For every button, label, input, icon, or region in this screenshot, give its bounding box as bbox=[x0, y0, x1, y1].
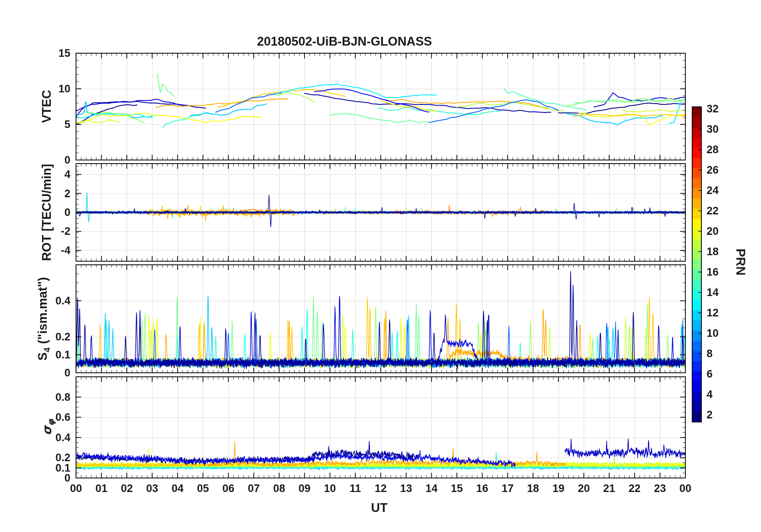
figure: 20180502-UiB-BJN-GLONASS VTEC ROT [TECU/… bbox=[0, 0, 761, 532]
colorbar-tick-label: 4 bbox=[707, 388, 713, 400]
colorbar-label: PRN bbox=[733, 248, 748, 276]
y-tick-label: -4 bbox=[38, 244, 70, 256]
y-tick-label: 0 bbox=[38, 206, 70, 218]
x-tick-label: 07 bbox=[248, 482, 260, 495]
y-tick-label: 0.2 bbox=[38, 331, 70, 343]
colorbar-tick-label: 18 bbox=[707, 246, 719, 258]
y-tick-label: 15 bbox=[38, 47, 70, 59]
colorbar-tick-label: 6 bbox=[707, 368, 713, 380]
y-tick-label: 0.4 bbox=[38, 295, 70, 307]
y-tick-label: 0.8 bbox=[38, 391, 70, 403]
x-tick-label: 23 bbox=[654, 482, 666, 495]
x-tick-label: 20 bbox=[578, 482, 590, 495]
y-tick-label: 0 bbox=[38, 472, 70, 484]
colorbar-tick-label: 10 bbox=[707, 327, 719, 339]
x-axis-label: UT bbox=[371, 501, 387, 515]
colorbar-tick-label: 22 bbox=[707, 205, 719, 217]
y-tick-label: 5 bbox=[38, 118, 70, 130]
x-tick-label: 19 bbox=[553, 482, 565, 495]
y-tick-label: 0.4 bbox=[38, 432, 70, 444]
x-tick-label: 12 bbox=[374, 482, 387, 495]
colorbar-tick-label: 30 bbox=[707, 123, 719, 135]
x-tick-label: 02 bbox=[121, 482, 133, 495]
colorbar-tick-label: 28 bbox=[707, 144, 719, 156]
y-tick-label: -2 bbox=[38, 225, 70, 237]
y-axis-label-s4: S4 ("ism.mat") bbox=[36, 277, 52, 361]
plot-canvas bbox=[0, 0, 761, 532]
x-tick-label: 17 bbox=[502, 482, 514, 495]
x-tick-label: 00 bbox=[70, 482, 82, 495]
chart-title: 20180502-UiB-BJN-GLONASS bbox=[257, 34, 432, 49]
y-tick-label: 10 bbox=[38, 83, 70, 95]
x-tick-label: 10 bbox=[324, 482, 336, 495]
x-tick-label: 18 bbox=[527, 482, 539, 495]
y-axis-label-vtec: VTEC bbox=[40, 90, 54, 123]
x-tick-label: 08 bbox=[273, 482, 285, 495]
y-tick-label: 0 bbox=[38, 154, 70, 166]
x-tick-label: 05 bbox=[197, 482, 209, 495]
x-tick-label: 06 bbox=[222, 482, 234, 495]
x-tick-label: 04 bbox=[172, 482, 184, 495]
y-tick-label: 4 bbox=[38, 168, 70, 180]
colorbar-tick-label: 8 bbox=[707, 348, 713, 360]
colorbar-tick-label: 32 bbox=[707, 103, 719, 115]
colorbar-tick-label: 20 bbox=[707, 225, 719, 237]
x-tick-label: 14 bbox=[425, 482, 437, 495]
y-tick-label: 0.6 bbox=[38, 411, 70, 423]
x-tick-label: 16 bbox=[476, 482, 488, 495]
colorbar-tick-label: 26 bbox=[707, 164, 719, 176]
x-tick-label: 11 bbox=[350, 482, 361, 495]
x-tick-label: 03 bbox=[146, 482, 158, 495]
x-tick-label: 22 bbox=[629, 482, 641, 495]
y-tick-label: 2 bbox=[38, 188, 70, 200]
y-tick-label: 0 bbox=[38, 367, 70, 379]
colorbar-tick-label: 12 bbox=[707, 307, 719, 319]
x-tick-label: 00 bbox=[679, 482, 691, 495]
y-tick-label: 0.1 bbox=[38, 349, 70, 361]
colorbar-tick-label: 14 bbox=[707, 286, 719, 298]
x-tick-label: 09 bbox=[298, 482, 310, 495]
colorbar-tick-label: 2 bbox=[707, 409, 713, 421]
colorbar-tick-label: 16 bbox=[707, 266, 719, 278]
x-tick-label: 15 bbox=[451, 482, 463, 495]
colorbar-tick-label: 24 bbox=[707, 184, 719, 196]
x-tick-label: 01 bbox=[95, 482, 107, 495]
x-tick-label: 21 bbox=[603, 482, 615, 495]
x-tick-label: 13 bbox=[400, 482, 412, 495]
